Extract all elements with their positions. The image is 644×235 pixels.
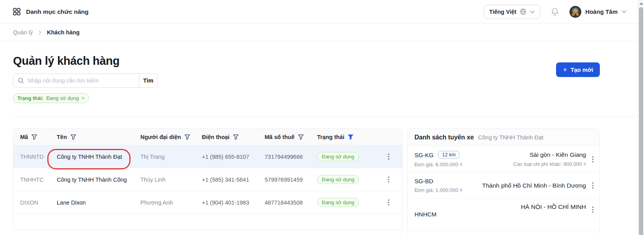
route-code: HNHCM <box>414 211 521 218</box>
chevron-down-icon <box>530 10 535 13</box>
globe-icon <box>520 8 526 15</box>
route-other-costs: Các loại chi phí khác: 900.000 ₫ <box>513 161 586 167</box>
scroll-up-arrow[interactable] <box>639 2 643 5</box>
page-title: Quản lý khách hàng <box>13 55 600 68</box>
row-actions-kebab-icon[interactable] <box>385 198 392 207</box>
breadcrumb-item-quan-ly[interactable]: Quản lý <box>13 29 33 36</box>
column-header-ma-so-thue: Mã số thuế <box>265 134 317 140</box>
route-name: HÀ NỘI - HỒ CHÍ MINH <box>521 203 586 211</box>
customers-table: Mã Tên Người đại d <box>13 128 403 230</box>
column-header-dien-thoai: Điện thoại <box>202 134 265 140</box>
filter-tag-value: Đang sử dụng <box>46 95 78 101</box>
section-divider <box>13 117 638 117</box>
search-input[interactable] <box>28 77 134 84</box>
avatar[interactable] <box>569 6 581 18</box>
status-filter-tag: Trạng thái: Đang sử dụng × <box>13 93 89 103</box>
breadcrumb: Quản lý Khách hàng <box>0 24 638 41</box>
route-actions-kebab-icon[interactable] <box>589 181 596 190</box>
status-badge: Đang sử dụng <box>317 152 359 161</box>
search-bar: Tìm <box>13 73 158 88</box>
route-price: Đơn giá: 1.000.000 ₫ <box>414 187 482 193</box>
filter-icon[interactable] <box>298 134 304 140</box>
routes-panel-header: Danh sách tuyến xe Công ty TNHH Thành Đạ… <box>408 129 599 146</box>
user-menu[interactable]: Hoàng Tâm <box>569 6 627 18</box>
user-name: Hoàng Tâm <box>585 8 618 15</box>
app-title: Danh mục chức năng <box>26 8 89 15</box>
create-new-button[interactable]: + Tạo mới <box>556 62 600 77</box>
search-button[interactable]: Tìm <box>139 74 157 87</box>
route-price: Đơn giá: 6.000.000 ₫ <box>414 162 513 167</box>
route-code: SG-BD <box>414 178 482 184</box>
filter-icon[interactable] <box>32 134 37 140</box>
route-actions-kebab-icon[interactable] <box>589 205 596 214</box>
chevron-down-icon <box>622 10 627 13</box>
filter-tag-label: Trạng thái: <box>17 95 43 101</box>
route-actions-kebab-icon[interactable] <box>589 155 596 164</box>
filter-icon-active[interactable] <box>348 134 353 140</box>
row-actions-kebab-icon[interactable] <box>385 152 392 161</box>
distance-badge: 12 km <box>438 151 459 159</box>
table-header-row: Mã Tên Người đại d <box>13 129 402 145</box>
routes-panel-title: Danh sách tuyến xe <box>414 134 474 141</box>
table-row[interactable]: TNHHTC Công ty TNHH Thành Công Thùy Linh… <box>13 168 402 191</box>
column-header-nguoi-dai-dien: Người đại diện <box>140 134 202 140</box>
scrollbar-thumb[interactable] <box>639 7 643 235</box>
route-row[interactable]: SG-KG 12 km Đơn giá: 6.000.000 ₫ Sài gòn… <box>408 146 599 173</box>
search-icon <box>18 77 24 84</box>
grid-menu-icon[interactable] <box>13 8 21 15</box>
language-label: Tiếng Việt <box>489 9 517 15</box>
chevron-right-icon <box>38 30 41 35</box>
vertical-scrollbar[interactable] <box>638 0 644 235</box>
status-badge: Đang sử dụng <box>317 175 359 184</box>
filter-icon[interactable] <box>185 134 190 140</box>
column-header-ma: Mã <box>20 134 57 140</box>
app-header: Danh mục chức năng Tiếng Việt <box>0 0 638 24</box>
filter-icon[interactable] <box>233 134 239 140</box>
row-actions-kebab-icon[interactable] <box>385 175 392 184</box>
main-content: Quản lý khách hàng + Tạo mới Tìm Trạng t… <box>13 41 600 235</box>
column-header-ten: Tên <box>57 134 140 140</box>
routes-panel: Danh sách tuyến xe Công ty TNHH Thành Đạ… <box>407 128 600 235</box>
route-name: Sài gòn - Kiên Giang <box>513 151 586 158</box>
filter-icon[interactable] <box>71 134 76 140</box>
routes-panel-subtitle: Công ty TNHH Thành Đạt <box>478 134 543 141</box>
close-icon[interactable]: × <box>82 96 85 101</box>
create-new-label: Tạo mới <box>571 67 593 73</box>
status-badge: Đang sử dụng <box>317 198 359 207</box>
app-menu[interactable]: Danh mục chức năng <box>13 8 89 15</box>
notification-bell-icon[interactable] <box>551 7 559 17</box>
breadcrumb-item-khach-hang: Khách hàng <box>47 29 80 36</box>
plus-icon: + <box>563 66 567 73</box>
route-name: Thành phố Hồ Chí Minh - Bình Dương <box>482 182 586 189</box>
route-code: SG-KG <box>414 152 433 158</box>
route-row[interactable]: HNHCM HÀ NỘI - HỒ CHÍ MINH <box>408 199 599 230</box>
table-row[interactable]: DIXON Lane Dixon Phương Anh +1 (904) 401… <box>13 191 402 214</box>
language-selector[interactable]: Tiếng Việt <box>484 5 541 19</box>
route-row[interactable]: SG-BD Đơn giá: 1.000.000 ₫ Thành phố Hồ … <box>408 173 599 199</box>
column-header-trang-thai: Trạng thái <box>317 134 385 140</box>
table-row[interactable]: THNNTD Công ty TNHH Thành Đạt Thị Trang … <box>13 145 402 168</box>
